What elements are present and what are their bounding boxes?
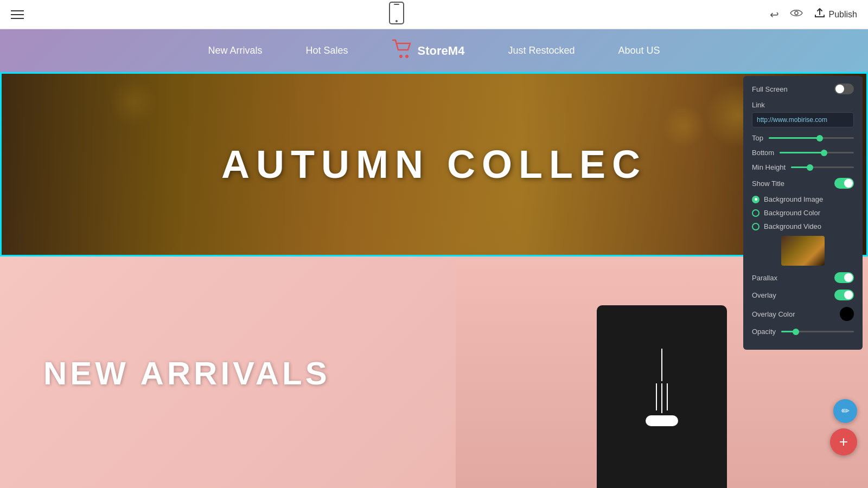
nav-link-just-restocked[interactable]: Just Restocked xyxy=(508,45,575,56)
upload-icon xyxy=(814,8,826,21)
nav-links: New Arrivals Hot Sales StoreM4 Just Rest… xyxy=(22,39,846,62)
skeleton-hand xyxy=(629,349,694,457)
undo-icon[interactable]: ↩ xyxy=(770,8,779,21)
add-plus-icon: + xyxy=(839,433,848,451)
edit-pencil-icon: ✏ xyxy=(841,405,850,417)
overlay-row: Overlay xyxy=(752,290,854,300)
opacity-slider-thumb[interactable] xyxy=(793,329,799,335)
fab-edit-button[interactable]: ✏ xyxy=(833,399,857,423)
bg-image-radio-inner xyxy=(755,198,757,201)
top-slider-thumb[interactable] xyxy=(816,135,823,142)
toolbar-center xyxy=(389,2,404,28)
bottom-slider-track[interactable] xyxy=(780,152,854,153)
toolbar-left xyxy=(11,10,24,19)
eye-icon[interactable] xyxy=(790,8,803,21)
overlay-color-row: Overlay Color xyxy=(752,307,854,321)
min-height-slider-row: Min Height xyxy=(752,163,854,171)
min-height-slider-track[interactable] xyxy=(791,166,854,168)
show-title-label: Show Title xyxy=(752,179,784,188)
bg-video-label: Background Video xyxy=(764,222,821,230)
tshirt-body xyxy=(597,305,727,488)
show-title-toggle[interactable] xyxy=(834,178,854,189)
parallax-toggle[interactable] xyxy=(834,272,854,283)
main-content: New Arrivals Hot Sales StoreM4 Just Rest… xyxy=(0,29,868,488)
opacity-slider-track[interactable] xyxy=(781,331,854,332)
new-arrivals-title: NEW ARRIVALS xyxy=(22,355,330,392)
bg-color-label: Background Color xyxy=(764,209,820,217)
svg-point-3 xyxy=(795,11,798,15)
bottom-slider-fill xyxy=(780,152,824,153)
fullscreen-row: Full Screen xyxy=(752,84,854,94)
overlay-label: Overlay xyxy=(752,291,776,299)
toolbar-right: ↩ Publish xyxy=(770,8,857,21)
min-height-label: Min Height xyxy=(752,163,786,171)
bg-image-label: Background Image xyxy=(764,195,823,203)
bg-video-radio[interactable] xyxy=(752,223,760,230)
hamburger-icon[interactable] xyxy=(11,10,24,19)
top-label: Top xyxy=(752,134,763,142)
bg-image-row: Background Image xyxy=(752,195,854,203)
overlay-toggle-knob xyxy=(844,291,853,299)
svg-point-4 xyxy=(399,55,403,58)
link-section: Link xyxy=(752,101,854,134)
publish-button[interactable]: Publish xyxy=(814,8,857,21)
bg-image-radio[interactable] xyxy=(752,196,760,203)
fab-add-button[interactable]: + xyxy=(830,428,857,455)
bottom-slider-row: Bottom xyxy=(752,149,854,157)
bg-thumbnail[interactable] xyxy=(781,236,825,266)
show-title-row: Show Title xyxy=(752,178,854,189)
overlay-color-label: Overlay Color xyxy=(752,310,795,318)
bg-color-row: Background Color xyxy=(752,209,854,217)
phone-icon[interactable] xyxy=(389,2,404,28)
svg-point-1 xyxy=(395,20,398,22)
min-height-slider-thumb[interactable] xyxy=(807,164,813,171)
show-title-toggle-knob xyxy=(844,179,853,188)
parallax-toggle-knob xyxy=(844,273,853,282)
nav-logo: StoreM4 xyxy=(392,39,465,62)
top-slider-row: Top xyxy=(752,134,854,142)
bottom-label: Bottom xyxy=(752,149,774,157)
hero-section: AUTUMN COLLEC ↕ xyxy=(0,72,868,256)
top-slider-track[interactable] xyxy=(769,137,854,139)
top-toolbar: ↩ Publish xyxy=(0,0,868,29)
opacity-slider-row: Opacity xyxy=(752,328,854,336)
bg-video-row: Background Video xyxy=(752,222,854,230)
nav-bar: New Arrivals Hot Sales StoreM4 Just Rest… xyxy=(0,29,868,72)
nav-link-hot-sales[interactable]: Hot Sales xyxy=(306,45,348,56)
bg-thumbnail-preview xyxy=(781,236,825,266)
bg-color-radio[interactable] xyxy=(752,209,760,217)
publish-label: Publish xyxy=(829,10,857,20)
fullscreen-toggle-knob xyxy=(835,85,844,93)
settings-panel: Full Screen Link Top Bottom Min Height xyxy=(743,76,863,350)
parallax-label: Parallax xyxy=(752,274,777,282)
link-label: Link xyxy=(752,101,854,109)
nav-link-new-arrivals[interactable]: New Arrivals xyxy=(208,45,263,56)
opacity-label: Opacity xyxy=(752,328,776,336)
link-input[interactable] xyxy=(752,112,854,127)
nav-link-about-us[interactable]: About US xyxy=(618,45,660,56)
bottom-slider-thumb[interactable] xyxy=(821,150,827,156)
fullscreen-toggle[interactable] xyxy=(834,84,854,94)
logo-text: StoreM4 xyxy=(418,44,465,58)
new-arrivals-section: NEW ARRIVALS xyxy=(0,256,868,488)
svg-point-5 xyxy=(405,55,409,58)
top-slider-fill xyxy=(769,137,820,139)
fullscreen-label: Full Screen xyxy=(752,85,788,93)
parallax-row: Parallax xyxy=(752,272,854,283)
hero-title: AUTUMN COLLEC xyxy=(221,142,647,187)
overlay-color-swatch[interactable] xyxy=(840,307,854,321)
logo-cart-icon xyxy=(392,39,412,62)
overlay-toggle[interactable] xyxy=(834,290,854,300)
